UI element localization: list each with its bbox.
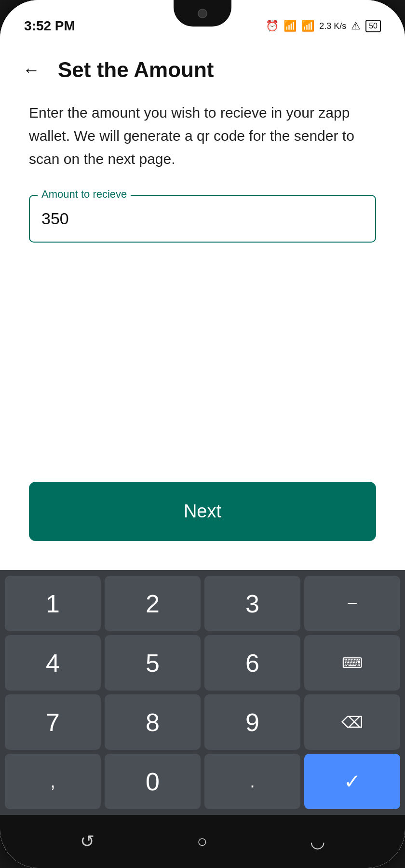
- key-dot[interactable]: .: [204, 754, 300, 809]
- status-icons: ⏰ 📶 📶 2.3 K/s ⚠ 50: [266, 20, 381, 32]
- key-space[interactable]: ⌨: [304, 635, 400, 691]
- notch: [174, 0, 231, 27]
- key-5[interactable]: 5: [105, 635, 201, 691]
- key-4[interactable]: 4: [5, 635, 101, 691]
- keyboard-row-1: 1 2 3 −: [5, 576, 400, 631]
- key-2[interactable]: 2: [105, 576, 201, 631]
- nav-recents-icon[interactable]: ◡: [310, 831, 325, 852]
- body-content: Enter the amount you wish to recieve in …: [0, 92, 405, 570]
- key-6[interactable]: 6: [204, 635, 300, 691]
- phone-screen: 3:52 PM ⏰ 📶 📶 2.3 K/s ⚠ 50 ← Set the Amo…: [0, 0, 405, 868]
- keyboard-row-4: , 0 . ✓: [5, 754, 400, 809]
- key-comma[interactable]: ,: [5, 754, 101, 809]
- alarm-icon: ⏰: [266, 20, 279, 32]
- nav-home-icon[interactable]: ○: [197, 831, 208, 852]
- key-minus[interactable]: −: [304, 576, 400, 631]
- key-1[interactable]: 1: [5, 576, 101, 631]
- phone-frame: 3:52 PM ⏰ 📶 📶 2.3 K/s ⚠ 50 ← Set the Amo…: [0, 0, 405, 868]
- next-button[interactable]: Next: [29, 482, 376, 541]
- app-content: ← Set the Amount Enter the amount you wi…: [0, 43, 405, 868]
- camera: [198, 9, 207, 18]
- key-7[interactable]: 7: [5, 694, 101, 750]
- key-confirm[interactable]: ✓: [304, 754, 400, 809]
- numeric-keyboard: 1 2 3 − 4 5 6 ⌨ 7 8 9 ⌫: [0, 570, 405, 815]
- signal-icon: 📶: [301, 20, 314, 32]
- amount-input-label: Amount to recieve: [38, 188, 131, 201]
- key-3[interactable]: 3: [204, 576, 300, 631]
- warning-icon: ⚠: [351, 20, 361, 32]
- back-button[interactable]: ←: [19, 58, 43, 82]
- key-9[interactable]: 9: [204, 694, 300, 750]
- speed-text: 2.3 K/s: [319, 21, 346, 31]
- description-text: Enter the amount you wish to recieve in …: [29, 101, 376, 171]
- key-backspace[interactable]: ⌫: [304, 694, 400, 750]
- page-title: Set the Amount: [58, 58, 214, 82]
- wifi-icon: 📶: [284, 20, 297, 32]
- amount-input[interactable]: [29, 195, 376, 243]
- keyboard-row-2: 4 5 6 ⌨: [5, 635, 400, 691]
- key-0[interactable]: 0: [105, 754, 201, 809]
- key-8[interactable]: 8: [105, 694, 201, 750]
- battery-indicator: 50: [365, 20, 381, 32]
- back-arrow-icon: ←: [23, 60, 40, 80]
- amount-input-wrapper: Amount to recieve: [29, 195, 376, 243]
- keyboard-row-3: 7 8 9 ⌫: [5, 694, 400, 750]
- header: ← Set the Amount: [0, 43, 405, 92]
- status-time: 3:52 PM: [24, 18, 75, 34]
- battery-level: 50: [369, 22, 378, 30]
- nav-back-icon[interactable]: ↺: [80, 831, 94, 852]
- nav-bar: ↺ ○ ◡: [0, 815, 405, 868]
